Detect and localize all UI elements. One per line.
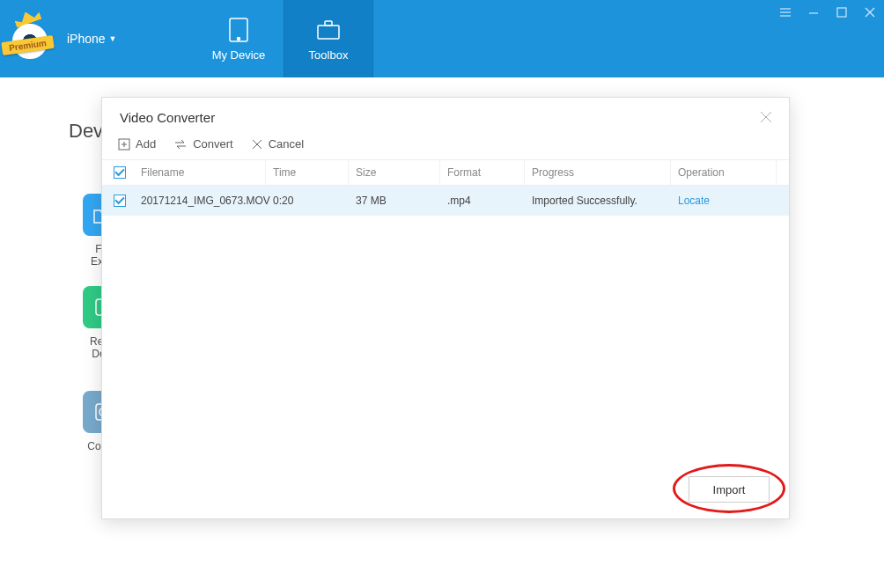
device-label-text: iPhone (67, 32, 106, 46)
table-row[interactable]: 20171214_IMG_0673.MOV 0:20 37 MB .mp4 Im… (102, 186, 789, 216)
window-controls (777, 4, 879, 21)
row-checkbox-cell[interactable] (106, 195, 134, 207)
convert-label: Convert (193, 137, 233, 151)
close-button[interactable] (861, 4, 879, 21)
select-all-cell[interactable] (106, 160, 134, 185)
main-tabs: My Device Toolbox (194, 0, 373, 77)
svg-rect-3 (325, 21, 332, 26)
modal-footer: Import (689, 476, 770, 503)
table-header: Filename Time Size Format Progress Opera… (102, 159, 789, 186)
modal-title-bar: Video Converter (102, 98, 789, 134)
svg-rect-8 (837, 8, 846, 17)
col-filename: Filename (134, 160, 266, 185)
import-button[interactable]: Import (689, 476, 770, 503)
cell-progress: Imported Successfully. (525, 195, 671, 207)
cancel-label: Cancel (269, 137, 304, 151)
col-format: Format (440, 160, 525, 185)
checkbox-icon (114, 195, 126, 207)
add-label: Add (136, 137, 156, 151)
chevron-down-icon: ▼ (109, 34, 117, 43)
cell-time: 0:20 (266, 195, 349, 207)
app-header: Premium iPhone ▼ My Device Toolbox (0, 0, 884, 77)
convert-button[interactable]: Convert (173, 137, 233, 151)
cancel-button[interactable]: Cancel (251, 137, 304, 151)
svg-point-1 (238, 37, 240, 40)
col-time: Time (266, 160, 349, 185)
tab-label: Toolbox (309, 48, 349, 62)
locate-link[interactable]: Locate (678, 195, 710, 207)
device-selector[interactable]: iPhone ▼ (67, 32, 117, 46)
cell-format: .mp4 (440, 195, 525, 207)
video-converter-modal: Video Converter Add Convert Cancel Filen… (101, 97, 790, 519)
modal-toolbar: Add Convert Cancel (102, 134, 789, 159)
modal-close-button[interactable] (757, 108, 775, 126)
maximize-button[interactable] (833, 4, 851, 21)
col-progress: Progress (525, 160, 671, 185)
svg-rect-2 (318, 26, 339, 39)
briefcase-icon (315, 17, 342, 43)
tablet-icon (225, 17, 252, 43)
add-button[interactable]: Add (118, 137, 156, 151)
cell-filename: 20171214_IMG_0673.MOV (134, 195, 266, 207)
tab-my-device[interactable]: My Device (194, 0, 284, 77)
tab-toolbox[interactable]: Toolbox (284, 0, 373, 77)
cell-size: 37 MB (349, 195, 440, 207)
col-operation: Operation (671, 160, 777, 185)
modal-title-text: Video Converter (120, 110, 215, 125)
checkbox-icon (114, 166, 126, 179)
minimize-button[interactable] (805, 4, 822, 21)
col-size: Size (349, 160, 440, 185)
logo-area: Premium iPhone ▼ (0, 0, 194, 77)
menu-icon[interactable] (777, 4, 794, 21)
tab-label: My Device (212, 48, 266, 62)
